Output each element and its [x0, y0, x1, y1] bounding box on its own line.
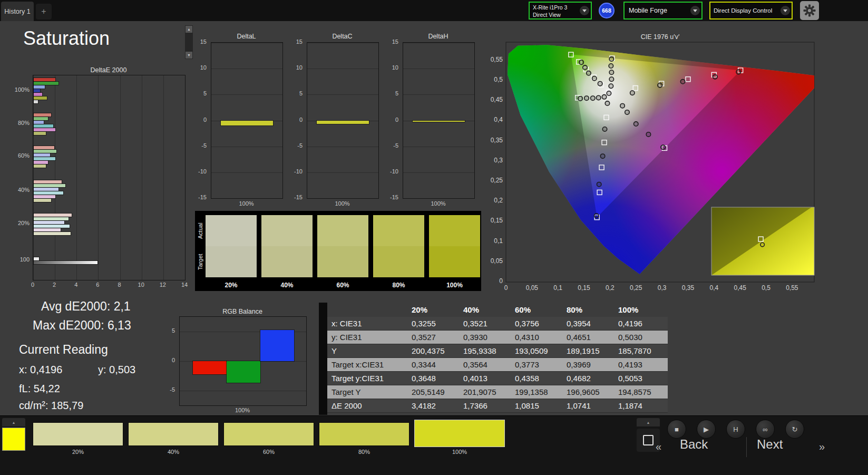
column-header: 100%	[614, 305, 666, 314]
pattern-button[interactable]: H	[726, 420, 745, 439]
measurement-point	[630, 91, 635, 95]
x-axis-label: 100%	[307, 200, 378, 207]
pattern-level-label: 60%	[223, 449, 314, 455]
table-cell: 0,4682	[562, 374, 614, 383]
chart-title: DeltaH	[403, 33, 474, 40]
back-button[interactable]: Back	[680, 437, 708, 452]
chevron-down-icon[interactable]	[690, 6, 700, 15]
y-axis-tick: -5	[201, 142, 207, 149]
pattern-icon: H	[733, 425, 738, 433]
x-axis-tick: 0,3	[658, 284, 667, 292]
gridline	[180, 391, 306, 391]
tab-history-1[interactable]: History 1	[1, 2, 34, 21]
chevron-down-icon[interactable]	[580, 6, 589, 15]
pattern-swatch[interactable]	[223, 422, 314, 446]
swatch-columns: 20%40%60%80%100%	[195, 211, 481, 291]
deltae-bar	[34, 261, 97, 264]
x-axis-tick: 0,35	[682, 284, 695, 292]
table-cell: 200,4375	[407, 346, 459, 355]
settings-button[interactable]	[800, 1, 819, 20]
table-cell: 0,3255	[407, 319, 459, 328]
x-axis-tick: 10	[138, 282, 144, 288]
measurement-point	[609, 57, 613, 61]
source-selector[interactable]: Mobile Forge	[623, 2, 703, 20]
meter-count-badge[interactable]: 668	[599, 3, 615, 18]
delta-c-chart: DeltaC 151050-5-10-15 100%	[288, 33, 379, 209]
page-title: Saturation	[23, 27, 110, 50]
collapse-right-tab[interactable]: ▲	[637, 418, 660, 426]
column-header: 60%	[511, 305, 562, 314]
measurement-point	[597, 182, 601, 186]
scroll-down-button[interactable]: ▼	[186, 52, 192, 59]
pattern-swatch[interactable]	[33, 422, 123, 446]
scroll-up-button[interactable]: ▲	[186, 26, 192, 33]
deltae-bar	[34, 93, 42, 96]
table-row: x: CIE310,32550,35210,37560,39540,4196	[327, 317, 668, 331]
measurement-point	[587, 71, 591, 75]
refresh-icon: ↻	[792, 425, 798, 433]
y-axis-tick: 0,5	[494, 76, 503, 83]
loop-button[interactable]: ∞	[756, 420, 775, 439]
deltae-bar	[34, 96, 47, 100]
cie-diagram-svg: 00,050,10,150,20,250,30,350,40,450,50,55…	[485, 29, 820, 295]
table-cell: 201,9075	[459, 387, 511, 396]
blue-bar	[260, 330, 294, 361]
swatch-level-label: 20%	[206, 282, 257, 289]
meter-selector[interactable]: X-Rite i1Pro 3 Direct View	[529, 2, 592, 20]
x-axis-tick: 6	[96, 282, 99, 288]
y-axis-tick: 15	[200, 38, 207, 45]
table-cell: 0,4358	[511, 374, 562, 383]
measurement-results-table: 20%40%60%80%100%x: CIE310,32550,35210,37…	[319, 303, 668, 415]
measurement-point	[600, 154, 604, 158]
pattern-swatch[interactable]	[128, 422, 219, 446]
y-axis-tick: 0	[172, 357, 175, 363]
y-axis-tick: -15	[390, 194, 398, 200]
deltae-bar	[34, 100, 38, 103]
reading-cdm2: cd/m²: 185,79	[19, 400, 83, 412]
table-header-row: 20%40%60%80%100%	[327, 303, 668, 317]
cie-1976-diagram: 00,050,10,150,20,250,30,350,40,450,50,55…	[485, 29, 820, 295]
y-axis-tick: 10	[200, 64, 207, 71]
table-row: ΔE 20003,41821,73661,08151,07411,1874	[327, 399, 668, 413]
y-axis-tick: -10	[198, 168, 207, 175]
display-control-selector[interactable]: Direct Display Control	[709, 2, 793, 20]
y-axis-tick: 5	[172, 327, 175, 334]
column-header: 40%	[459, 305, 511, 314]
table-row: Target x:CIE310,33440,35640,37730,39690,…	[327, 358, 668, 372]
mini-scrollbar[interactable]: ▲ ▼	[185, 25, 193, 59]
pattern-swatch[interactable]	[319, 422, 409, 446]
y-axis-tick: -15	[198, 194, 207, 200]
measurement-point	[713, 74, 717, 79]
chevron-down-icon: ▼	[187, 53, 191, 57]
deltae-bar	[34, 221, 64, 224]
table-edge-strip	[319, 303, 327, 415]
delta-l-chart: DeltaL 151050-5-10-15 100%	[192, 33, 283, 209]
back-chevron-icon[interactable]: «	[656, 441, 661, 453]
play-button[interactable]: ▶	[697, 420, 716, 439]
pattern-swatch[interactable]	[414, 420, 505, 447]
new-tab-button[interactable]: +	[36, 4, 52, 20]
refresh-button[interactable]: ↻	[785, 420, 804, 439]
table-cell: 0,4196	[614, 319, 666, 328]
table-cell: 0,3564	[459, 360, 511, 369]
y-axis-tick: 10	[296, 64, 303, 71]
measurement-point	[634, 122, 638, 126]
table-cell: 185,7870	[614, 346, 666, 355]
next-chevron-icon[interactable]: »	[819, 441, 825, 453]
deltae-bar	[34, 124, 53, 128]
table-cell: 0,3969	[562, 360, 614, 369]
chevron-down-icon[interactable]	[781, 6, 790, 15]
deltae-bar	[34, 188, 58, 191]
measurement-point	[736, 70, 740, 74]
measurement-point	[661, 145, 665, 149]
stop-button[interactable]: ■	[667, 420, 686, 439]
column-header: 20%	[407, 305, 459, 314]
deltae-bar	[34, 184, 65, 187]
x-axis-tick: 8	[118, 282, 121, 288]
y-axis-label: 40%	[18, 187, 30, 193]
row-label: x: CIE31	[327, 319, 407, 328]
y-axis-tick: 0,35	[491, 137, 503, 144]
deltae-bar	[34, 191, 63, 195]
x-axis-tick: 0,2	[606, 284, 615, 292]
next-button[interactable]: Next	[757, 437, 783, 452]
